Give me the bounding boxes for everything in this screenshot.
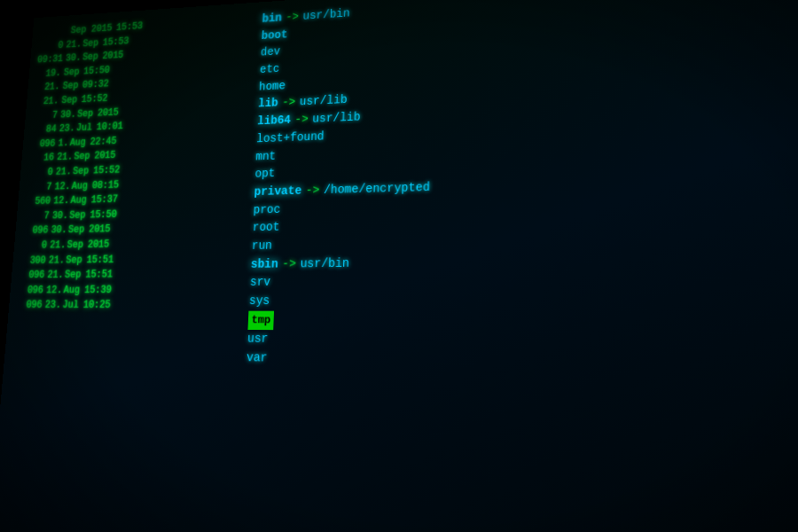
terminal-window: Sep 2015 15:53 0 21. Sep 15:53 09:31 30.… (0, 0, 798, 532)
terminal-line: 096 23. Jul 10:25 (16, 298, 239, 314)
dir-line-sys: sys (248, 290, 798, 311)
terminal-screen: Sep 2015 15:53 0 21. Sep 15:53 09:31 30.… (0, 0, 798, 532)
dir-line-srv: srv (249, 269, 798, 292)
left-column: Sep 2015 15:53 0 21. Sep 15:53 09:31 30.… (0, 12, 254, 532)
terminal-line: 096 21. Sep 15:51 (19, 266, 241, 283)
dir-line-var: var (246, 348, 798, 377)
terminal-line: 096 12. Aug 15:39 (17, 282, 240, 298)
right-column: bin -> usr/bin boot dev etc home (227, 0, 798, 532)
